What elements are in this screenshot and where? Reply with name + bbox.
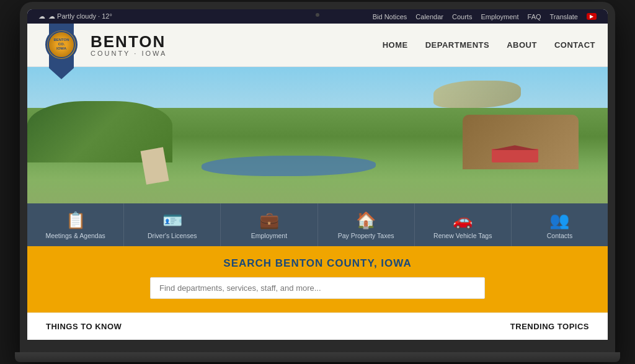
utility-links: Bid Notices Calendar Courts Employment F… <box>373 13 597 20</box>
hero-image <box>27 67 608 203</box>
seal-circle: BENTONCO.IOWA <box>45 29 78 61</box>
quicklinks-bar: 📋 Meetings & Agendas 🪪 Driver's Licenses… <box>27 203 608 246</box>
hero-barn <box>492 149 538 162</box>
county-sub: COUNTY · IOWA <box>91 50 167 57</box>
search-title: SEARCH BENTON COUNTY, IOWA <box>223 257 411 270</box>
search-section: SEARCH BENTON COUNTY, IOWA <box>27 246 608 313</box>
things-to-know-label: THINGS TO KNOW <box>46 322 122 331</box>
weather-section: ☁ ☁ Partly cloudy · 12° <box>38 12 112 20</box>
meetings-icon: 📋 <box>66 212 86 228</box>
logo-area: BENTONCO.IOWA BENTON COUNTY · IOWA <box>40 24 383 67</box>
laptop-bezel <box>27 340 608 352</box>
quicklink-contacts[interactable]: 👥 Contacts <box>512 203 608 246</box>
weather-text: ☁ Partly cloudy · 12° <box>48 12 112 20</box>
property-taxes-icon: 🏠 <box>356 212 376 228</box>
county-name: BENTON <box>91 33 167 50</box>
calendar-link[interactable]: Calendar <box>415 13 443 20</box>
contacts-icon: 👥 <box>549 212 569 228</box>
trending-topics-label: TRENDING TOPICS <box>510 322 589 331</box>
faq-link[interactable]: FAQ <box>528 13 541 20</box>
bid-notices-link[interactable]: Bid Notices <box>373 13 407 20</box>
hero-water <box>202 156 376 176</box>
quicklink-property-taxes[interactable]: 🏠 Pay Property Taxes <box>318 203 415 246</box>
hero-field <box>433 81 520 108</box>
main-nav: BENTONCO.IOWA BENTON COUNTY · IOWA HOME … <box>27 24 608 67</box>
nav-departments[interactable]: DEPARTMENTS <box>425 40 489 50</box>
nav-home[interactable]: HOME <box>383 40 408 50</box>
hero-overlay <box>27 179 608 204</box>
weather-icon: ☁ <box>38 12 45 20</box>
main-navigation: HOME DEPARTMENTS ABOUT CONTACT <box>383 40 595 50</box>
camera-dot <box>316 13 319 17</box>
meetings-label: Meetings & Agendas <box>45 232 105 240</box>
employment-link[interactable]: Employment <box>481 13 518 20</box>
search-input[interactable] <box>150 277 485 299</box>
property-taxes-label: Pay Property Taxes <box>338 232 394 240</box>
vehicle-tags-icon: 🚗 <box>453 212 473 228</box>
laptop-base <box>15 352 620 362</box>
drivers-license-icon: 🪪 <box>162 212 182 228</box>
laptop-screen: ☁ ☁ Partly cloudy · 12° Bid Notices Cale… <box>27 9 608 340</box>
quicklink-vehicle-tags[interactable]: 🚗 Renew Vehicle Tags <box>415 203 512 246</box>
translate-link[interactable]: Translate <box>550 13 578 20</box>
quicklink-meetings[interactable]: 📋 Meetings & Agendas <box>27 203 124 246</box>
nav-contact[interactable]: CONTACT <box>554 40 595 50</box>
contacts-label: Contacts <box>547 232 572 240</box>
county-seal: BENTONCO.IOWA <box>40 24 83 67</box>
county-title: BENTON COUNTY · IOWA <box>91 33 167 57</box>
employment-icon: 💼 <box>259 212 279 228</box>
employment-label: Employment <box>251 232 287 240</box>
quicklink-employment[interactable]: 💼 Employment <box>221 203 318 246</box>
nav-about[interactable]: ABOUT <box>507 40 537 50</box>
courts-link[interactable]: Courts <box>452 13 472 20</box>
seal-inner: BENTONCO.IOWA <box>48 31 75 58</box>
quicklink-drivers-licenses[interactable]: 🪪 Driver's Licenses <box>124 203 221 246</box>
youtube-icon[interactable]: ▶ <box>587 13 597 20</box>
drivers-license-label: Driver's Licenses <box>148 232 197 240</box>
vehicle-tags-label: Renew Vehicle Tags <box>433 232 492 240</box>
bottom-bar: THINGS TO KNOW TRENDING TOPICS <box>27 313 608 340</box>
